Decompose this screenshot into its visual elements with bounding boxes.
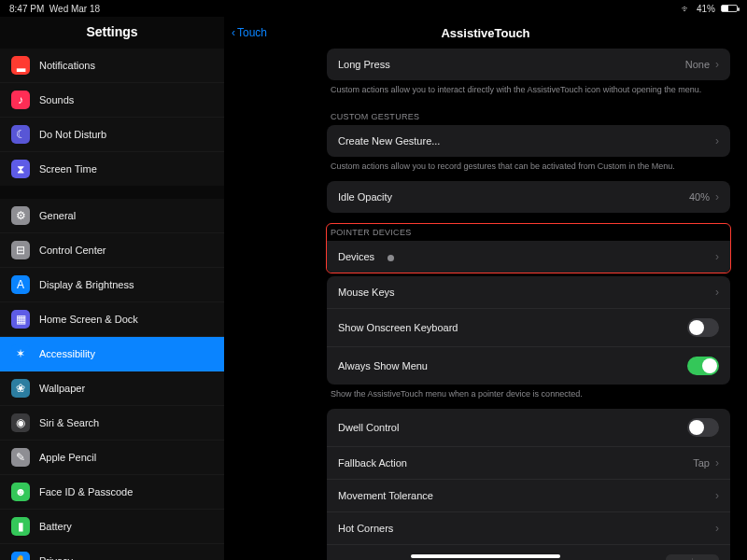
wifi-icon: ᯤ [682,4,691,14]
dwell-seconds-stepper: − + [666,554,719,560]
sidebar-item-general[interactable]: ⚙General [0,199,224,233]
sidebar-item-notifications[interactable]: ▂Notifications [0,49,224,83]
mouse-keys-label: Mouse Keys [338,287,395,298]
sidebar-item-face-id-passcode[interactable]: ☻Face ID & Passcode [0,475,224,510]
fallback-action-label: Fallback Action [338,457,407,469]
notifications-icon: ▂ [11,56,30,75]
chevron-right-icon: › [715,522,719,535]
stepper-minus-button[interactable]: − [666,554,692,560]
pointer-header: POINTER DEVICES [327,224,730,241]
sidebar-item-battery[interactable]: ▮Battery [0,510,224,544]
status-date: Wed Mar 18 [49,4,100,14]
idle-opacity-label: Idle Opacity [338,191,392,203]
sidebar-item-accessibility[interactable]: ✶Accessibility [0,337,224,371]
screen-time-icon: ⧗ [11,160,30,178]
battery-icon [721,5,738,12]
sidebar-item-label: Battery [39,521,72,532]
sidebar-item-label: Face ID & Passcode [39,486,133,497]
accessibility-icon: ✶ [11,344,30,363]
sidebar-item-siri-search[interactable]: ◉Siri & Search [0,406,224,441]
sidebar-item-apple-pencil[interactable]: ✎Apple Pencil [0,441,224,475]
do-not-disturb-icon: ☾ [11,125,30,144]
chevron-left-icon: ‹ [232,26,235,39]
always-show-menu-row: Always Show Menu [327,347,730,385]
sidebar-item-sounds[interactable]: ♪Sounds [0,83,224,118]
mouse-keys-row[interactable]: Mouse Keys › [327,276,730,309]
sidebar-item-label: Wallpaper [39,383,85,394]
sidebar-item-label: Screen Time [39,163,97,175]
idle-opacity-row[interactable]: Idle Opacity 40%› [327,181,730,213]
sidebar-item-label: Privacy [39,555,73,560]
always-show-menu-label: Always Show Menu [338,360,428,371]
movement-tolerance-row[interactable]: Movement Tolerance › [327,480,730,512]
sounds-icon: ♪ [11,91,30,109]
chevron-right-icon: › [715,456,719,469]
sidebar-item-screen-time[interactable]: ⧗Screen Time [0,152,224,186]
sidebar-item-label: Accessibility [39,348,95,359]
sidebar-item-control-center[interactable]: ⊟Control Center [0,233,224,268]
chevron-right-icon: › [715,286,719,299]
home-indicator[interactable] [411,554,560,558]
back-button[interactable]: ‹ Touch [232,26,267,39]
wallpaper-icon: ❀ [11,379,30,398]
sidebar-item-label: Apple Pencil [39,452,96,463]
main-panel: ‹ Touch AssistiveTouch Long Press None› … [224,17,747,560]
sidebar-item-label: Do Not Disturb [39,129,106,140]
home-screen-dock-icon: ▦ [11,310,30,329]
sidebar-item-label: Notifications [39,60,95,71]
sidebar-item-label: Sounds [39,94,74,105]
battery-icon: ▮ [11,517,30,536]
pointer-dot-icon [388,255,394,261]
create-gesture-row[interactable]: Create New Gesture... › [327,125,730,157]
battery-percent: 41% [697,4,715,14]
sidebar-item-do-not-disturb[interactable]: ☾Do Not Disturb [0,118,224,152]
back-label: Touch [237,26,267,39]
long-press-value: None [685,59,710,70]
movement-tolerance-label: Movement Tolerance [338,490,433,501]
face-id-passcode-icon: ☻ [11,483,30,501]
privacy-icon: ✋ [11,552,30,560]
hot-corners-label: Hot Corners [338,523,393,534]
chevron-right-icon: › [715,250,719,263]
settings-sidebar: Settings ▂Notifications♪Sounds☾Do Not Di… [0,17,224,560]
control-center-icon: ⊟ [11,241,30,259]
fallback-action-value: Tap [693,457,710,469]
apple-pencil-icon: ✎ [11,448,30,467]
stepper-plus-button[interactable]: + [693,554,719,560]
status-time: 8:47 PM [9,4,44,14]
sidebar-title: Settings [0,17,224,49]
dwell-control-toggle[interactable] [687,418,719,437]
show-keyboard-label: Show Onscreen Keyboard [338,322,458,333]
sidebar-item-label: General [39,210,76,221]
fallback-action-row[interactable]: Fallback Action Tap› [327,447,730,480]
siri-search-icon: ◉ [11,413,30,432]
create-gesture-label: Create New Gesture... [338,135,440,147]
gestures-footer: Custom actions allow you to record gestu… [327,157,730,181]
dwell-control-label: Dwell Control [338,422,399,433]
general-icon: ⚙ [11,206,30,225]
dwell-control-row: Dwell Control [327,409,730,447]
status-bar: 8:47 PM Wed Mar 18 ᯤ 41% [0,0,747,17]
chevron-right-icon: › [715,58,719,71]
devices-row[interactable]: Devices › [327,241,730,273]
show-keyboard-row: Show Onscreen Keyboard [327,309,730,347]
chevron-right-icon: › [715,134,719,147]
sidebar-item-label: Home Screen & Dock [39,314,138,325]
sidebar-item-privacy[interactable]: ✋Privacy [0,544,224,560]
show-keyboard-toggle[interactable] [687,318,719,337]
display-brightness-icon: A [11,275,30,294]
hot-corners-row[interactable]: Hot Corners › [327,512,730,545]
long-press-row[interactable]: Long Press None› [327,49,730,80]
idle-opacity-value: 40% [689,191,710,203]
sidebar-item-label: Control Center [39,245,106,256]
always-show-menu-toggle[interactable] [687,357,719,375]
sidebar-item-wallpaper[interactable]: ❀Wallpaper [0,371,224,406]
page-title: AssistiveTouch [224,26,747,40]
gestures-header: CUSTOM GESTURES [327,105,730,125]
long-press-footer: Custom actions allow you to interact dir… [327,80,730,105]
sidebar-item-home-screen-dock[interactable]: ▦Home Screen & Dock [0,302,224,337]
chevron-right-icon: › [715,190,719,203]
sidebar-item-display-brightness[interactable]: ADisplay & Brightness [0,268,224,302]
sidebar-item-label: Display & Brightness [39,279,134,290]
devices-label: Devices [338,251,374,262]
